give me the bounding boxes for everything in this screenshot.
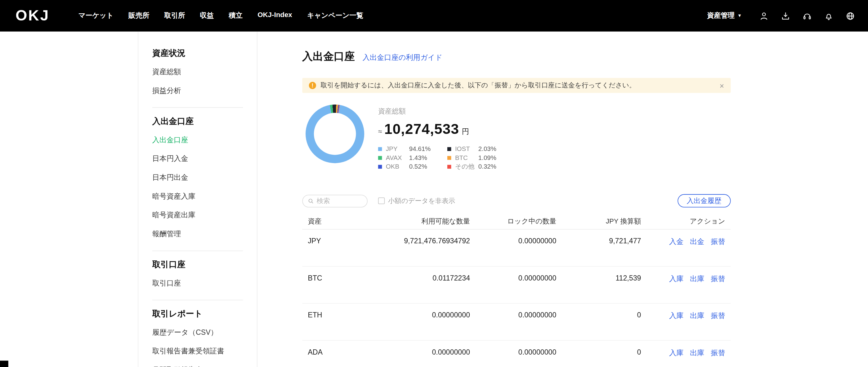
checkbox-icon[interactable] <box>378 197 385 204</box>
available-amount: 0.01172234 <box>369 274 470 282</box>
download-icon[interactable] <box>780 11 790 21</box>
page-body: 資産状況 資産総額 損益分析 入出金口座 入出金口座 日本円入金 日本円出金 暗… <box>0 32 868 367</box>
nav-campaign-list[interactable]: キャンペーン一覧 <box>307 11 363 21</box>
withdraw-link[interactable]: 出金 <box>690 237 704 246</box>
legend-item-avax: AVAX 1.43% <box>378 154 431 162</box>
sidebar-heading-funding-account: 入出金口座 <box>152 116 243 127</box>
locked-amount: 0.00000000 <box>470 311 556 319</box>
sidebar-item-jpy-withdrawal[interactable]: 日本円出金 <box>152 168 243 187</box>
nav-market[interactable]: マーケット <box>79 11 114 21</box>
sidebar-item-history-csv[interactable]: 履歴データ（CSV） <box>152 323 243 342</box>
search-input[interactable] <box>317 197 362 205</box>
asset-management-menu[interactable]: 資産管理 ▼ <box>707 11 742 21</box>
asset-summary: 資産総額 ≈ 10,274,533 円 JPY 94.61% <box>378 104 496 170</box>
transfer-link[interactable]: 振替 <box>711 274 725 283</box>
assets-table: 資産 利用可能な数量 ロック中の数量 JPY 換算額 アクション JPY 9,7… <box>302 214 731 367</box>
jpy-value: 9,721,477 <box>556 237 641 245</box>
available-amount: 0.00000000 <box>369 311 470 319</box>
table-controls: 小額のデータを非表示 入出金履歴 <box>302 194 731 207</box>
close-icon[interactable]: × <box>720 81 724 89</box>
locked-amount: 0.00000000 <box>470 237 556 245</box>
legend-swatch <box>447 147 451 151</box>
okj-logo[interactable]: OKJ <box>16 7 50 24</box>
col-header-actions: アクション <box>641 217 725 226</box>
transfer-link[interactable]: 振替 <box>711 237 725 246</box>
table-row-jpy: JPY 9,721,476.76934792 0.00000000 9,721,… <box>302 230 731 267</box>
asset-management-label: 資産管理 <box>707 11 735 21</box>
search-box[interactable] <box>302 194 368 207</box>
withdraw-link[interactable]: 出庫 <box>690 274 704 283</box>
deposit-withdraw-history-button[interactable]: 入出金履歴 <box>677 194 731 207</box>
available-amount: 9,721,476.76934792 <box>369 237 470 245</box>
withdraw-link[interactable]: 出庫 <box>690 311 704 320</box>
globe-language-icon[interactable] <box>845 11 855 21</box>
main-nav: マーケット 販売所 取引所 収益 積立 OKJ-Index キャンペーン一覧 <box>79 11 363 21</box>
sidebar-item-funding-account[interactable]: 入出金口座 <box>152 131 243 149</box>
deposit-link[interactable]: 入庫 <box>669 274 683 283</box>
asset-overview: 資産総額 ≈ 10,274,533 円 JPY 94.61% <box>302 104 731 170</box>
sidebar-item-trade-report-receipt[interactable]: 取引報告書兼受領証書 <box>152 342 243 361</box>
withdraw-link[interactable]: 出庫 <box>690 348 704 357</box>
sidebar-heading-trading-account: 取引口座 <box>152 260 243 270</box>
sidebar-item-pnl-analysis[interactable]: 損益分析 <box>152 81 243 100</box>
amount-value: 10,274,533 <box>384 121 459 138</box>
deposit-link[interactable]: 入庫 <box>669 348 683 357</box>
col-header-available: 利用可能な数量 <box>369 217 470 226</box>
asset-name: JPY <box>308 237 369 245</box>
sidebar-item-trading-account[interactable]: 取引口座 <box>152 274 243 293</box>
sidebar-item-reward-management[interactable]: 報酬管理 <box>152 225 243 244</box>
legend-swatch <box>447 165 451 168</box>
sidebar-item-crypto-withdrawal[interactable]: 暗号資産出庫 <box>152 206 243 225</box>
total-assets-amount: ≈ 10,274,533 円 <box>378 121 496 138</box>
support-headset-icon[interactable] <box>802 11 812 21</box>
col-header-asset: 資産 <box>308 217 369 226</box>
transfer-link[interactable]: 振替 <box>711 311 725 320</box>
table-row-eth: ETH 0.00000000 0.00000000 0 入庫 出庫 振替 <box>302 304 731 341</box>
locked-amount: 0.00000000 <box>470 274 556 282</box>
navbar-right: 資産管理 ▼ <box>707 11 855 21</box>
deposit-link[interactable]: 入金 <box>669 237 683 246</box>
title-row: 入出金口座 入出金口座の利用ガイド <box>302 49 731 64</box>
sidebar-item-monthly-report[interactable]: 月間取引報告書 <box>152 361 243 367</box>
warning-icon: ! <box>309 82 316 89</box>
hide-small-balances-toggle[interactable]: 小額のデータを非表示 <box>378 196 455 205</box>
nav-earn[interactable]: 収益 <box>200 11 214 21</box>
sidebar-heading-asset-status: 資産状況 <box>152 48 243 59</box>
search-icon <box>308 198 314 204</box>
asset-name: ADA <box>308 348 369 356</box>
page-title: 入出金口座 <box>302 49 355 64</box>
bottom-left-widget[interactable] <box>0 361 8 367</box>
sidebar-item-jpy-deposit[interactable]: 日本円入金 <box>152 149 243 168</box>
jpy-value: 0 <box>556 311 641 319</box>
divider <box>152 107 243 108</box>
total-assets-label: 資産総額 <box>378 107 496 116</box>
hide-small-label: 小額のデータを非表示 <box>388 196 455 205</box>
deposit-link[interactable]: 入庫 <box>669 311 683 320</box>
sidebar-item-asset-total[interactable]: 資産総額 <box>152 63 243 81</box>
divider <box>152 251 243 251</box>
notification-bell-icon[interactable] <box>824 11 834 21</box>
legend-swatch <box>447 156 451 159</box>
sidebar: 資産状況 資産総額 損益分析 入出金口座 入出金口座 日本円入金 日本円出金 暗… <box>138 32 257 367</box>
row-actions: 入庫 出庫 振替 <box>641 274 725 283</box>
nav-accumulate[interactable]: 積立 <box>229 11 243 21</box>
locked-amount: 0.00000000 <box>470 348 556 356</box>
usage-guide-link[interactable]: 入出金口座の利用ガイド <box>363 53 442 63</box>
transfer-link[interactable]: 振替 <box>711 348 725 357</box>
table-row-ada: ADA 0.00000000 0.00000000 0 入庫 出庫 振替 <box>302 341 731 367</box>
legend-item-others: その他 0.32% <box>447 163 496 170</box>
table-header-row: 資産 利用可能な数量 ロック中の数量 JPY 換算額 アクション <box>302 214 731 230</box>
nav-exchange[interactable]: 取引所 <box>164 11 185 21</box>
nav-otc-shop[interactable]: 販売所 <box>128 11 149 21</box>
user-icon[interactable] <box>759 11 769 21</box>
notice-text: 取引を開始するには、入出金口座に入金した後、以下の「振替」から取引口座に送金を行… <box>320 81 636 90</box>
main-content: 入出金口座 入出金口座の利用ガイド ! 取引を開始するには、入出金口座に入金した… <box>257 32 868 367</box>
legend-item-btc: BTC 1.09% <box>447 154 496 162</box>
legend-swatch <box>378 165 382 168</box>
sidebar-item-crypto-deposit[interactable]: 暗号資産入庫 <box>152 187 243 206</box>
divider <box>152 300 243 300</box>
legend-item-okb: OKB 0.52% <box>378 163 431 170</box>
legend-swatch <box>378 156 382 159</box>
nav-okj-index[interactable]: OKJ-Index <box>257 11 292 21</box>
available-amount: 0.00000000 <box>369 348 470 356</box>
